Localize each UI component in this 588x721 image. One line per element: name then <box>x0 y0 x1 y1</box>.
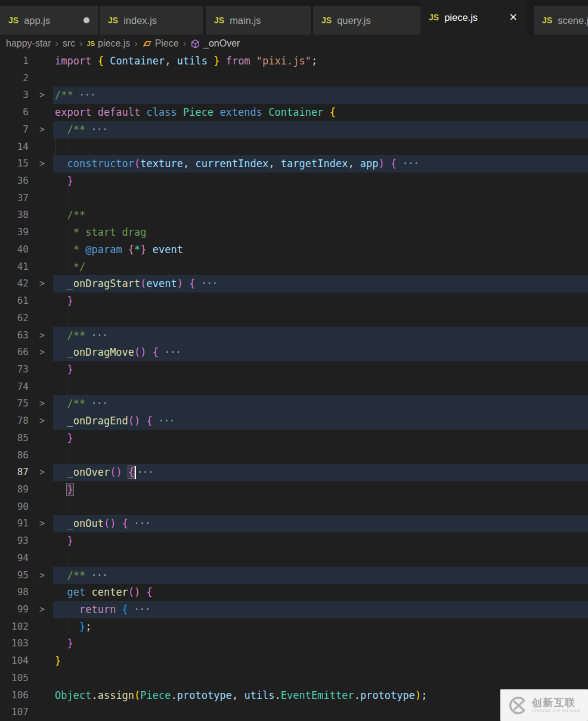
line-content[interactable] <box>53 310 588 327</box>
breadcrumb-item-_onOver[interactable]: _onOver <box>190 38 240 49</box>
line-number[interactable]: 107 <box>0 704 31 721</box>
line-number[interactable]: 105 <box>0 670 31 687</box>
fold-chevron-icon[interactable]: > <box>31 121 53 138</box>
line-number[interactable]: 86 <box>0 447 31 464</box>
line-content[interactable]: } <box>53 652 588 670</box>
line-number[interactable]: 7 <box>0 121 31 138</box>
line-number[interactable]: 42 <box>0 275 31 292</box>
line-content[interactable] <box>53 378 588 396</box>
fold-chevron-icon[interactable]: > <box>31 601 53 618</box>
line-number[interactable]: 89 <box>0 481 31 498</box>
folded-ellipsis[interactable]: ··· <box>85 124 107 135</box>
line-number[interactable]: 66 <box>0 344 31 361</box>
line-content[interactable]: _onOver() {··· <box>53 464 588 481</box>
line-content[interactable] <box>53 550 588 567</box>
line-number[interactable]: 74 <box>0 378 31 396</box>
folded-ellipsis[interactable]: ··· <box>195 278 217 289</box>
breadcrumb-item-Piece[interactable]: Piece <box>142 38 179 49</box>
line-content[interactable]: * @param {*} event <box>53 241 588 258</box>
modified-dot-icon[interactable] <box>83 17 89 23</box>
line-content[interactable]: } <box>53 172 588 190</box>
tab-scene.js[interactable]: JSscene.js <box>534 6 588 35</box>
line-number[interactable]: 38 <box>0 207 31 224</box>
line-content[interactable]: * start drag <box>53 224 588 241</box>
folded-ellipsis[interactable]: ··· <box>159 346 181 358</box>
fold-chevron-icon[interactable]: > <box>31 344 53 361</box>
line-number[interactable]: 75 <box>0 395 31 412</box>
line-number[interactable]: 62 <box>0 310 31 327</box>
line-content[interactable] <box>53 190 588 207</box>
line-number[interactable]: 104 <box>0 652 31 670</box>
line-number[interactable]: 91 <box>0 515 31 532</box>
line-content[interactable]: } <box>53 430 588 447</box>
line-number[interactable]: 61 <box>0 292 31 310</box>
line-number[interactable]: 90 <box>0 498 31 516</box>
line-content[interactable]: _onDragStart(event) { ··· <box>53 275 588 292</box>
line-content[interactable]: get center() { <box>53 584 588 601</box>
line-content[interactable]: constructor(texture, currentIndex, targe… <box>53 155 588 172</box>
line-number[interactable]: 2 <box>0 70 31 87</box>
line-content[interactable]: _onOut() { ··· <box>53 515 588 532</box>
line-number[interactable]: 103 <box>0 635 31 652</box>
tab-index.js[interactable]: JSindex.js <box>100 6 203 35</box>
line-content[interactable]: /** <box>53 207 588 224</box>
fold-chevron-icon[interactable]: > <box>31 567 53 584</box>
line-content[interactable]: export default class Piece extends Conta… <box>53 104 588 121</box>
fold-chevron-icon[interactable]: > <box>31 87 53 104</box>
line-content[interactable]: } <box>53 532 588 550</box>
line-content[interactable]: /** ··· <box>53 327 588 344</box>
line-content[interactable]: } <box>53 361 588 378</box>
folded-ellipsis[interactable]: ··· <box>153 415 175 427</box>
line-number[interactable]: 41 <box>0 258 31 276</box>
fold-chevron-icon[interactable]: > <box>31 327 53 344</box>
line-content[interactable]: } <box>53 292 588 310</box>
fold-chevron-icon[interactable]: > <box>31 412 53 430</box>
line-number[interactable]: 39 <box>0 224 31 241</box>
line-number[interactable]: 102 <box>0 618 31 636</box>
line-number[interactable]: 37 <box>0 190 31 207</box>
line-content[interactable]: /** ··· <box>53 87 588 104</box>
line-number[interactable]: 36 <box>0 172 31 190</box>
line-number[interactable]: 1 <box>0 53 31 70</box>
tab-piece.js[interactable]: JSpiece.js× <box>420 0 527 35</box>
folded-ellipsis[interactable]: ··· <box>128 603 150 615</box>
line-number[interactable]: 73 <box>0 361 31 378</box>
line-number[interactable]: 106 <box>0 687 31 704</box>
line-number[interactable]: 15 <box>0 155 31 172</box>
line-content[interactable] <box>53 447 588 464</box>
breadcrumb-item-src[interactable]: src <box>63 38 75 49</box>
fold-chevron-icon[interactable]: > <box>31 155 53 172</box>
fold-chevron-icon[interactable]: > <box>31 275 53 292</box>
line-content[interactable] <box>53 670 588 687</box>
line-content[interactable]: /** ··· <box>53 567 588 584</box>
line-content[interactable]: */ <box>53 258 588 276</box>
line-number[interactable]: 94 <box>0 550 31 567</box>
line-number[interactable]: 40 <box>0 241 31 258</box>
line-content[interactable] <box>53 70 588 87</box>
line-number[interactable]: 95 <box>0 567 31 584</box>
line-number[interactable]: 14 <box>0 138 31 156</box>
line-content[interactable] <box>53 138 588 156</box>
line-content[interactable]: _onDragMove() { ··· <box>53 344 588 361</box>
tab-app.js[interactable]: JSapp.js <box>0 6 98 35</box>
line-number[interactable]: 6 <box>0 104 31 121</box>
line-number[interactable]: 63 <box>0 327 31 344</box>
line-number[interactable]: 3 <box>0 87 31 104</box>
line-content[interactable]: } <box>53 635 588 652</box>
breadcrumb-item-piece.js[interactable]: JSpiece.js <box>87 38 131 49</box>
tab-query.js[interactable]: JSquery.js <box>313 6 420 35</box>
folded-ellipsis[interactable]: ··· <box>73 89 95 101</box>
line-content[interactable]: return { ··· <box>53 601 588 618</box>
fold-chevron-icon[interactable]: > <box>31 464 53 481</box>
line-content[interactable]: } <box>53 481 588 498</box>
line-content[interactable]: /** ··· <box>53 121 588 138</box>
line-number[interactable]: 93 <box>0 532 31 550</box>
tab-main.js[interactable]: JSmain.js <box>206 6 311 35</box>
fold-chevron-icon[interactable]: > <box>31 515 53 532</box>
folded-ellipsis[interactable]: ··· <box>85 398 107 409</box>
line-number[interactable]: 85 <box>0 430 31 447</box>
line-content[interactable] <box>53 498 588 516</box>
folded-ellipsis[interactable]: ··· <box>397 158 419 170</box>
folded-ellipsis[interactable]: ··· <box>137 466 153 478</box>
folded-ellipsis[interactable]: ··· <box>85 329 107 341</box>
